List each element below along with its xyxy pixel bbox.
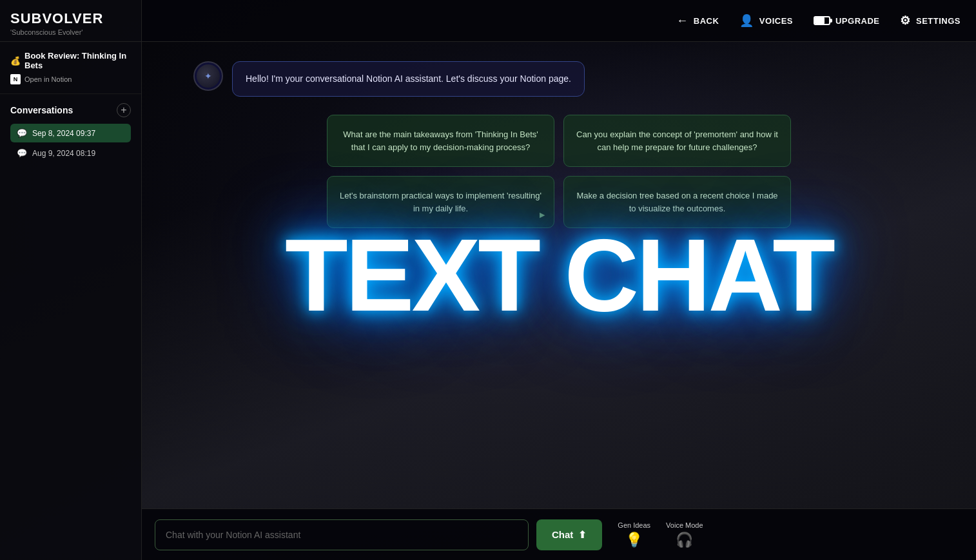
sidebar-page: 💰 Book Review: Thinking In Bets N Open i… <box>0 42 141 94</box>
app-tagline: 'Subconscious Evolver' <box>10 28 131 36</box>
back-label: BACK <box>694 16 719 26</box>
ai-greeting-message: Hello! I'm your conversational Notion AI… <box>193 61 585 97</box>
suggestion-card-2[interactable]: Can you explain the concept of 'premorte… <box>563 115 791 167</box>
chat-bar: Chat ⬆ Gen Ideas 💡 Voice Mode 🎧 <box>142 508 976 560</box>
suggestion-text-1: What are the main takeaways from 'Thinki… <box>343 130 538 152</box>
sidebar: SUBVOLVER 'Subconscious Evolver' 💰 Book … <box>0 0 142 560</box>
battery-icon <box>814 16 830 25</box>
page-emoji: 💰 <box>10 56 21 66</box>
upgrade-nav-item[interactable]: UPGRADE <box>814 16 880 26</box>
ai-avatar <box>193 61 223 91</box>
chat-icon-2: 💬 <box>17 148 27 158</box>
page-title-text: Book Review: Thinking In Bets <box>24 51 131 70</box>
notion-icon: N <box>10 74 21 84</box>
add-conversation-button[interactable]: + <box>117 103 131 117</box>
voice-mode-label: Voice Mode <box>666 521 703 529</box>
chat-input-wrapper <box>155 519 529 550</box>
top-nav: ← BACK 👤 VOICES UPGRADE ⚙ SETTINGS <box>142 0 976 42</box>
conversations-title: Conversations <box>10 105 73 115</box>
back-icon: ← <box>676 14 688 28</box>
conversation-date-2: Aug 9, 2024 08:19 <box>32 149 95 158</box>
chat-btn-icon: ⬆ <box>578 529 587 541</box>
sidebar-logo: SUBVOLVER 'Subconscious Evolver' <box>0 0 141 42</box>
voice-mode-btn[interactable]: Voice Mode 🎧 <box>666 521 703 548</box>
voices-label: VOICES <box>759 16 793 26</box>
conversation-item-2[interactable]: 💬 Aug 9, 2024 08:19 <box>10 144 131 162</box>
main-content: Hello! I'm your conversational Notion AI… <box>142 42 976 560</box>
back-nav-item[interactable]: ← BACK <box>676 14 719 28</box>
page-title: 💰 Book Review: Thinking In Bets <box>10 51 131 70</box>
open-notion-label: Open in Notion <box>24 75 72 83</box>
chat-area: Hello! I'm your conversational Notion AI… <box>142 42 976 508</box>
ai-avatar-inner <box>197 64 220 88</box>
suggestion-card-3[interactable]: Let's brainstorm practical ways to imple… <box>327 176 554 228</box>
voices-nav-item[interactable]: 👤 VOICES <box>739 14 793 28</box>
suggestions-grid: What are the main takeaways from 'Thinki… <box>327 115 791 228</box>
ai-bubble: Hello! I'm your conversational Notion AI… <box>232 61 585 97</box>
conversation-item-1[interactable]: 💬 Sep 8, 2024 09:37 <box>10 124 131 142</box>
app-name: SUBVOLVER <box>10 10 131 27</box>
gen-ideas-label: Gen Ideas <box>618 521 650 529</box>
suggestion-card-4[interactable]: Make a decision tree based on a recent c… <box>563 176 791 228</box>
chat-button[interactable]: Chat ⬆ <box>536 519 602 550</box>
conversations-section: Conversations + 💬 Sep 8, 2024 09:37 💬 Au… <box>0 94 141 169</box>
gear-icon: ⚙ <box>900 14 911 28</box>
gen-ideas-btn[interactable]: Gen Ideas 💡 <box>618 521 650 548</box>
conversation-date-1: Sep 8, 2024 09:37 <box>32 129 95 138</box>
ai-greeting-text: Hello! I'm your conversational Notion AI… <box>246 73 571 84</box>
chat-icon-1: 💬 <box>17 128 27 138</box>
chat-input[interactable] <box>155 519 529 550</box>
text-chat-overlay: TEXT CHAT <box>142 42 976 508</box>
suggestion-card-1[interactable]: What are the main takeaways from 'Thinki… <box>327 115 554 167</box>
settings-label: SETTINGS <box>916 16 961 26</box>
text-chat-label: TEXT CHAT <box>285 224 833 327</box>
suggestion-text-4: Make a decision tree based on a recent c… <box>576 191 777 213</box>
suggestion-text-2: Can you explain the concept of 'premorte… <box>576 130 778 152</box>
conversations-header: Conversations + <box>10 103 131 117</box>
extra-btns-row: Gen Ideas 💡 Voice Mode 🎧 <box>618 521 703 548</box>
person-icon: 👤 <box>739 14 754 28</box>
suggestion-text-3: Let's brainstorm practical ways to imple… <box>340 191 542 213</box>
lightbulb-icon: 💡 <box>625 532 643 548</box>
open-notion-link[interactable]: N Open in Notion <box>10 74 131 84</box>
upgrade-label: UPGRADE <box>835 16 880 26</box>
chat-btn-label: Chat <box>552 529 573 540</box>
headphones-icon: 🎧 <box>676 532 693 548</box>
settings-nav-item[interactable]: ⚙ SETTINGS <box>900 14 961 28</box>
